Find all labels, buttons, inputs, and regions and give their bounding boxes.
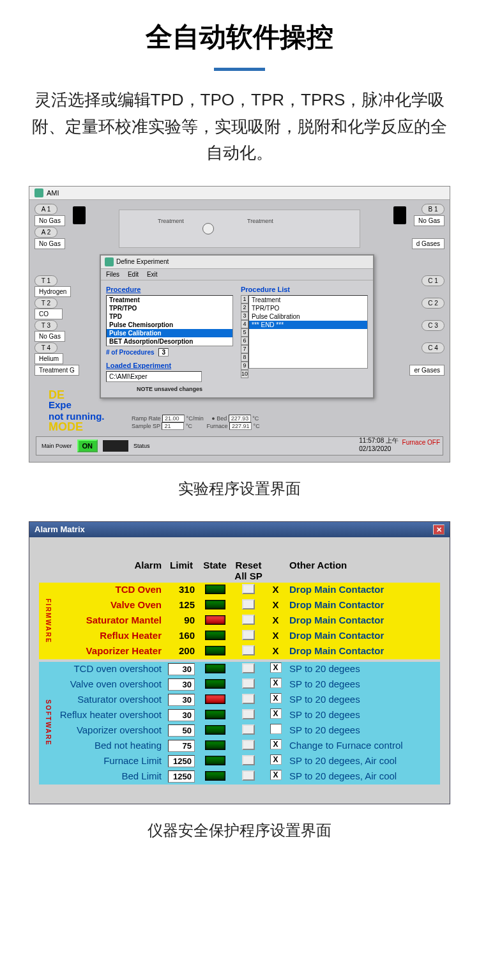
gas-c3[interactable]: C 3 bbox=[422, 320, 445, 331]
close-button[interactable]: ✕ bbox=[433, 524, 445, 535]
alarm-x: X bbox=[264, 644, 287, 659]
dialog-titlebar: Define Experiment bbox=[101, 256, 373, 269]
menu-files[interactable]: Files bbox=[106, 271, 119, 278]
gas-t3[interactable]: T 3 bbox=[34, 320, 57, 331]
reset-checkbox[interactable] bbox=[232, 629, 264, 644]
alarm-limit-input[interactable]: 50 bbox=[165, 723, 197, 739]
alarm-action: Drop Main Contactor bbox=[287, 613, 418, 629]
alarm-x-checkbox[interactable]: X bbox=[270, 693, 282, 703]
alarm-action: SP to 20 degees bbox=[287, 708, 418, 723]
software-section: SOFTWARE TCD oven overshoot 30 X SP to 2… bbox=[39, 662, 440, 785]
gas-t2-val: CO bbox=[34, 309, 63, 319]
alarm-limit-input[interactable]: 1250 bbox=[165, 754, 197, 769]
reset-checkbox[interactable] bbox=[232, 662, 264, 677]
proc-item-selected[interactable]: Pulse Calibration bbox=[107, 329, 232, 337]
gas-t1-val: Hydrogen bbox=[34, 286, 71, 297]
alarm-limit-input[interactable]: 30 bbox=[165, 693, 197, 708]
gas-c2[interactable]: C 2 bbox=[422, 298, 445, 309]
alarm-limit-input[interactable]: 1250 bbox=[165, 769, 197, 785]
canister-icon bbox=[393, 206, 406, 224]
proc-item[interactable]: TPR/TPO bbox=[107, 304, 232, 312]
gas-b1[interactable]: B 1 bbox=[422, 204, 445, 215]
alarm-name: Saturator overshoot bbox=[57, 693, 165, 708]
alarm-action: SP to 20 degees bbox=[287, 662, 418, 677]
reset-checkbox[interactable] bbox=[232, 677, 264, 693]
gas-c1[interactable]: C 1 bbox=[422, 275, 445, 286]
gas-b1-val: No Gas bbox=[414, 215, 445, 226]
dialog-menu: Files Edit Exit bbox=[101, 269, 373, 280]
proc-item[interactable]: TPD bbox=[107, 312, 232, 321]
reset-checkbox[interactable] bbox=[232, 754, 264, 769]
list-item-selected[interactable]: *** END *** bbox=[249, 321, 367, 329]
alarm-action: SP to 20 degees bbox=[287, 677, 418, 693]
gas-a1-val: No Gas bbox=[34, 215, 65, 226]
alarm-x-checkbox[interactable]: X bbox=[270, 708, 282, 719]
reset-checkbox[interactable] bbox=[232, 723, 264, 739]
gas-a2-val: No Gas bbox=[34, 238, 65, 249]
reset-checkbox[interactable] bbox=[232, 644, 264, 659]
alarm-name: Bed not heating bbox=[57, 739, 165, 754]
alarm-x-checkbox[interactable]: X bbox=[270, 678, 282, 688]
gas-t4[interactable]: T 4 bbox=[34, 342, 57, 353]
gas-a1[interactable]: A 1 bbox=[34, 204, 57, 215]
list-item[interactable]: Pulse Calibration bbox=[249, 312, 367, 321]
proc-item[interactable]: Pulse Chemisorption bbox=[107, 321, 232, 329]
gas-t2[interactable]: T 2 bbox=[34, 298, 57, 309]
alarm-limit-input[interactable]: 75 bbox=[165, 739, 197, 754]
reset-checkbox[interactable] bbox=[232, 583, 264, 598]
alarm-action: SP to 20 degees, Air cool bbox=[287, 754, 418, 769]
list-item[interactable]: TPR/TPO bbox=[249, 304, 367, 312]
reset-checkbox[interactable] bbox=[232, 708, 264, 723]
reset-checkbox[interactable] bbox=[232, 739, 264, 754]
list-item[interactable]: Treatment bbox=[249, 296, 367, 304]
alarm-limit-input[interactable]: 30 bbox=[165, 662, 197, 677]
alarm-action: Drop Main Contactor bbox=[287, 644, 418, 659]
gas-c4[interactable]: C 4 bbox=[422, 342, 445, 353]
alarm-x: X bbox=[264, 598, 287, 613]
on-button[interactable]: ON bbox=[77, 440, 98, 452]
alarm-name: Bed Limit bbox=[57, 769, 165, 785]
alarm-x-checkbox[interactable]: X bbox=[270, 770, 282, 780]
page-title: 全自动软件操控 bbox=[0, 0, 479, 61]
alarm-state bbox=[197, 723, 232, 739]
main-power-label: Main Power bbox=[42, 443, 72, 449]
alarm-name: Valve oven overshoot bbox=[57, 677, 165, 693]
alarm-window-title: Alarm Matrix bbox=[34, 524, 85, 534]
sample-sp-field[interactable]: 21 bbox=[162, 422, 184, 430]
procedure-listbox[interactable]: Treatment TPR/TPO TPD Pulse Chemisorptio… bbox=[106, 295, 233, 346]
timestamp: 11:57:08 上午 02/13/2020 bbox=[359, 436, 399, 452]
alarm-action: SP to 20 degees, Air cool bbox=[287, 769, 418, 785]
hdr-reset2: ResetAll SP bbox=[232, 560, 264, 581]
alarm-x-checkbox[interactable]: X bbox=[270, 739, 282, 749]
valve-icon bbox=[202, 223, 214, 234]
reset-checkbox[interactable] bbox=[232, 613, 264, 629]
procedure-list-listbox[interactable]: Treatment TPR/TPO Pulse Calibration *** … bbox=[248, 295, 368, 369]
caption-1: 实验程序设置界面 bbox=[0, 463, 479, 521]
reset-checkbox[interactable] bbox=[232, 598, 264, 613]
gas-a2[interactable]: A 2 bbox=[34, 227, 57, 238]
proc-item[interactable]: Treatment bbox=[107, 296, 232, 304]
alarm-action: SP to 20 degees bbox=[287, 723, 418, 739]
gas-t1[interactable]: T 1 bbox=[34, 275, 57, 286]
alarm-x-checkbox[interactable]: X bbox=[270, 662, 282, 673]
alarm-limit-input[interactable]: 30 bbox=[165, 677, 197, 693]
alarm-x-checkbox[interactable] bbox=[270, 724, 282, 734]
gas-t4-val: Helium bbox=[34, 353, 63, 364]
alarm-state bbox=[197, 583, 232, 598]
alarm-limit: 200 bbox=[165, 644, 197, 659]
hdr-limit: Limit bbox=[165, 560, 197, 581]
alarm-x-checkbox[interactable]: X bbox=[270, 754, 282, 765]
reset-checkbox[interactable] bbox=[232, 693, 264, 708]
alarm-x: X bbox=[264, 583, 287, 598]
reset-checkbox[interactable] bbox=[232, 769, 264, 785]
menu-exit[interactable]: Exit bbox=[147, 271, 158, 278]
ramp-rate-field[interactable]: 21.00 bbox=[162, 415, 185, 422]
menu-edit[interactable]: Edit bbox=[128, 271, 139, 278]
alarm-limit: 310 bbox=[165, 583, 197, 598]
alarm-state bbox=[197, 739, 232, 754]
alarm-limit-input[interactable]: 30 bbox=[165, 708, 197, 723]
loaded-path-field[interactable]: C:\AMI\Exper bbox=[106, 371, 202, 382]
proc-item[interactable]: BET Adsorption/Desorption bbox=[107, 337, 232, 346]
alarm-name: Valve Oven bbox=[57, 598, 165, 613]
list-numbers: 1 2 3 4 5 6 7 8 9 10 bbox=[241, 295, 248, 378]
